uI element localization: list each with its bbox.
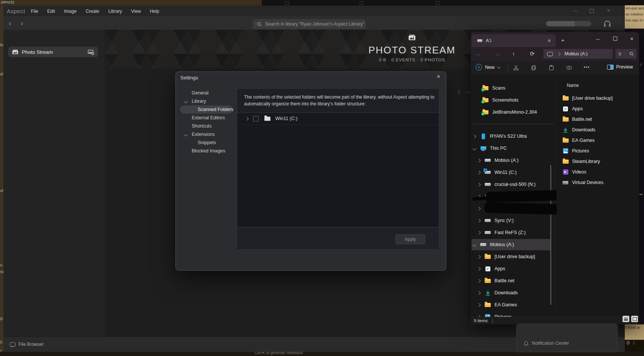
expand-chevron-icon[interactable] [477,207,481,210]
sidebar-item-photo-stream[interactable]: Photo Stream [8,47,98,57]
expand-chevron-icon[interactable] [477,231,481,234]
expand-chevron-icon[interactable] [477,267,481,271]
add-photo-stream-icon[interactable] [88,49,94,55]
settings-nav-extensions[interactable]: Extensions [177,130,236,138]
drive-icon [485,183,491,186]
apply-button[interactable]: Apply [395,234,425,244]
tree-item-this-pc[interactable]: This PC [471,142,557,154]
file-row-videos[interactable]: ▶ Videos [562,167,638,177]
drag-handle-dots[interactable] [458,90,459,91]
menu-view[interactable]: View [131,9,141,14]
scan-folder-tree-row[interactable]: Win11 (C:) [237,113,439,125]
new-button[interactable]: + New [476,64,500,70]
nav-refresh-icon[interactable]: ⟳ [530,50,535,57]
tree-item-ea-games[interactable]: EA Games [471,299,557,311]
menu-edit[interactable]: Edit [47,9,55,14]
file-row-downloads[interactable]: Downloads [562,125,638,135]
close-button[interactable]: ✕ [607,8,610,13]
collapse-chevron-icon[interactable] [473,146,476,150]
expand-chevron-icon[interactable] [477,219,481,222]
tree-item-apps[interactable]: ✓Apps [471,263,557,275]
nav-up-icon[interactable]: ↑ [512,50,515,57]
explorer-search-box[interactable]: S [615,49,636,59]
explorer-tab[interactable]: A:\ ✕ [472,34,555,47]
tree-item-jetbrainsmono-2-304[interactable]: ✓JetBrainsMono-2.304 [471,106,557,118]
column-header-name[interactable]: Name [567,83,579,88]
explorer-minimize-button[interactable]: — [596,37,600,41]
settings-nav-library[interactable]: Library [177,97,236,105]
tree-item-mobius-a[interactable]: Mobius (A:) [471,154,557,166]
file-row-virtual-devices[interactable]: Virtual Devices [562,177,638,188]
expand-chevron-icon[interactable] [477,279,481,283]
menu-help[interactable]: Help [150,9,159,14]
tree-item-redacted[interactable] [471,190,557,202]
expand-chevron-icon[interactable] [245,117,249,120]
menu-create[interactable]: Create [85,9,99,14]
dialog-close-icon[interactable]: ✕ [436,74,441,79]
expand-chevron-icon[interactable] [477,291,481,295]
file-row-steamlibrary[interactable]: SteamLibrary [562,156,638,167]
settings-nav-snippets[interactable]: Snippets [177,138,236,147]
settings-nav-scanned-folders[interactable]: Scanned Folders [177,105,236,114]
expand-chevron-icon[interactable] [477,158,481,162]
tree-item-pictures[interactable]: Pictures [471,311,557,317]
tree-item-scans[interactable]: ✓Scans [471,82,557,94]
thumbnail-view-button[interactable] [631,316,638,322]
tree-item-downloads[interactable]: Downloads [471,287,557,299]
explorer-close-button[interactable]: ✕ [630,37,633,41]
tree-item-screenshots[interactable]: ✓Screenshots [471,94,557,106]
cut-icon[interactable] [513,65,519,71]
expand-chevron-icon[interactable] [477,303,481,307]
menu-library[interactable]: Library [108,9,122,14]
nav-forward-icon[interactable]: → [494,50,500,57]
maximize-button[interactable] [590,9,594,13]
nav-back-icon[interactable]: ← [476,50,482,57]
expand-chevron-icon[interactable] [473,134,476,138]
tree-item-sync-v[interactable]: Sync (V:) [471,215,557,227]
paste-icon[interactable] [548,65,554,71]
tree-scrollbar[interactable] [550,165,551,305]
folder-checkbox[interactable] [253,116,259,122]
copy-icon[interactable] [531,65,537,71]
rename-icon[interactable] [566,65,572,71]
file-browser-button[interactable]: File Browser [18,342,44,347]
tree-item-ryan-s-s22-ultra[interactable]: RYAN's S22 Ultra [471,130,557,142]
tree-item-crucial-ssd-500-n[interactable]: crucial-ssd-500 (N:) [471,178,557,190]
file-row-ea-games[interactable]: EA Games [562,135,638,146]
explorer-maximize-button[interactable] [613,37,617,41]
this-pc-icon[interactable] [547,52,553,56]
preview-toggle[interactable]: Preview [607,64,633,70]
close-tab-icon[interactable]: ✕ [548,38,551,43]
details-view-button[interactable] [623,316,629,322]
library-search-input[interactable]: Search in library "Ryan Johnson's Aspect… [253,19,366,29]
forward-button[interactable]: › [21,17,23,29]
tree-item-fast-refs-z[interactable]: Fast ReFS (Z:) [471,227,557,239]
file-row-battle-net[interactable]: Battle.net [562,114,638,125]
menu-file[interactable]: File [31,9,38,14]
file-row-pictures[interactable]: Pictures [562,146,638,156]
tree-item-mobius-a[interactable]: Mobius (A:) [471,239,557,251]
tree-item-redacted[interactable] [471,202,557,215]
support-headset-icon[interactable] [604,21,610,26]
expand-chevron-icon[interactable] [477,170,481,174]
menu-image[interactable]: Image [64,9,76,14]
settings-nav-general[interactable]: General [177,89,236,97]
file-explorer-window: A:\ ✕ + — ✕ ← → ↑ ⟳ Mobius (A:) S [471,32,639,324]
back-button[interactable]: ‹ [9,17,11,29]
file-row-apps[interactable]: ✓ Apps [562,103,638,114]
expand-chevron-icon[interactable] [477,255,481,259]
tree-item-user-drive-backup[interactable]: [User drive backup] [471,251,557,263]
tree-item-battle-net[interactable]: Battle.net [471,275,557,287]
file-row-user-drive-backup[interactable]: [User drive backup] [562,93,638,103]
settings-nav-blocked-images[interactable]: Blocked Images [177,147,236,155]
expand-chevron-icon[interactable] [477,183,481,186]
explorer-titlebar[interactable]: A:\ ✕ + — ✕ [471,32,639,47]
minimize-button[interactable]: — [573,8,577,13]
settings-nav-external-editors[interactable]: External Editors [177,114,236,122]
tree-item-win11-c[interactable]: Win11 (C:) [471,166,557,178]
address-bar[interactable]: Mobius (A:) [543,49,613,59]
settings-nav-shortcuts[interactable]: Shortcuts [177,122,236,130]
notification-center-panel[interactable]: Notification Center [516,324,618,352]
new-tab-button[interactable]: + [561,37,565,43]
more-options-icon[interactable]: ••• [584,65,590,70]
